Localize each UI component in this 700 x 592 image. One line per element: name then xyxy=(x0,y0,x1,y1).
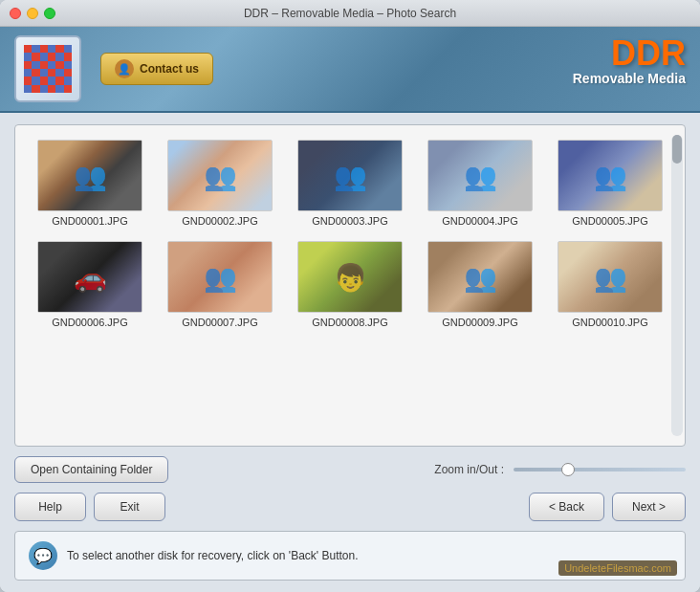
list-item[interactable]: GND00001.JPG xyxy=(30,140,150,227)
photo-panel: GND00001.JPGGND00002.JPGGND00003.JPGGND0… xyxy=(14,124,686,447)
photo-thumbnail[interactable] xyxy=(558,140,663,211)
traffic-lights xyxy=(10,8,55,19)
photo-thumbnail[interactable] xyxy=(37,140,142,211)
minimize-button[interactable] xyxy=(27,8,38,19)
photo-thumbnail[interactable] xyxy=(297,140,403,211)
next-button[interactable]: Next > xyxy=(612,493,686,521)
back-button[interactable]: < Back xyxy=(529,493,604,521)
list-item[interactable]: GND00003.JPG xyxy=(290,140,410,227)
list-item[interactable]: GND00004.JPG xyxy=(420,140,540,227)
list-item[interactable]: GND00008.JPG xyxy=(290,241,410,328)
photo-thumbnail[interactable] xyxy=(167,140,273,211)
list-item[interactable]: GND00006.JPG xyxy=(30,241,150,328)
contact-icon: 👤 xyxy=(115,59,134,78)
info-panel: 💬 To select another disk for recovery, c… xyxy=(14,531,686,581)
logo-box xyxy=(14,35,81,102)
scrollbar-thumb[interactable] xyxy=(672,135,682,164)
photo-thumbnail[interactable] xyxy=(558,241,663,313)
brand-area: DDR Removable Media xyxy=(573,36,686,86)
photo-filename: GND00007.JPG xyxy=(182,317,257,328)
photo-filename: GND00004.JPG xyxy=(442,215,517,227)
info-icon: 💬 xyxy=(29,541,57,570)
photo-filename: GND00006.JPG xyxy=(52,317,127,328)
list-item[interactable]: GND00005.JPG xyxy=(550,140,670,227)
list-item[interactable]: GND00009.JPG xyxy=(420,241,540,328)
list-item[interactable]: GND00002.JPG xyxy=(160,140,280,227)
close-button[interactable] xyxy=(10,8,21,19)
list-item[interactable]: GND00007.JPG xyxy=(160,241,280,328)
photo-filename: GND00010.JPG xyxy=(572,317,647,328)
photo-filename: GND00002.JPG xyxy=(182,215,257,227)
open-folder-button[interactable]: Open Containing Folder xyxy=(14,456,168,483)
header: 👤 Contact us DDR Removable Media xyxy=(0,27,700,113)
watermark: UndeleteFilesmac.com xyxy=(558,560,677,576)
photo-filename: GND00008.JPG xyxy=(312,317,387,328)
zoom-slider[interactable] xyxy=(514,468,686,471)
brand-sub: Removable Media xyxy=(573,71,686,86)
scrollbar[interactable] xyxy=(671,135,683,436)
photo-thumbnail[interactable] xyxy=(297,241,403,313)
list-item[interactable]: GND00010.JPG xyxy=(550,241,670,328)
photo-thumbnail[interactable] xyxy=(427,140,533,211)
photo-filename: GND00005.JPG xyxy=(572,215,647,227)
exit-button[interactable]: Exit xyxy=(94,493,165,521)
window-title: DDR – Removable Media – Photo Search xyxy=(244,7,456,20)
main-content: GND00001.JPGGND00002.JPGGND00003.JPGGND0… xyxy=(0,113,700,592)
photo-grid: GND00001.JPGGND00002.JPGGND00003.JPGGND0… xyxy=(30,140,670,328)
info-text: To select another disk for recovery, cli… xyxy=(67,549,359,562)
logo-icon xyxy=(24,45,72,93)
contact-button[interactable]: 👤 Contact us xyxy=(100,53,213,85)
title-bar: DDR – Removable Media – Photo Search xyxy=(0,0,700,27)
zoom-label: Zoom in/Out : xyxy=(434,463,504,476)
controls-row: Open Containing Folder Zoom in/Out : xyxy=(14,456,686,483)
photo-thumbnail[interactable] xyxy=(427,241,533,313)
app-window: DDR – Removable Media – Photo Search 👤 C… xyxy=(0,0,700,592)
photo-filename: GND00001.JPG xyxy=(52,215,127,227)
photo-thumbnail[interactable] xyxy=(167,241,273,313)
brand-ddr: DDR xyxy=(573,36,686,71)
help-button[interactable]: Help xyxy=(14,493,86,521)
maximize-button[interactable] xyxy=(44,8,55,19)
photo-thumbnail[interactable] xyxy=(37,241,142,313)
photo-filename: GND00003.JPG xyxy=(312,215,387,227)
photo-filename: GND00009.JPG xyxy=(442,317,517,328)
contact-label: Contact us xyxy=(140,62,199,76)
bottom-buttons: Help Exit < Back Next > xyxy=(14,493,686,521)
